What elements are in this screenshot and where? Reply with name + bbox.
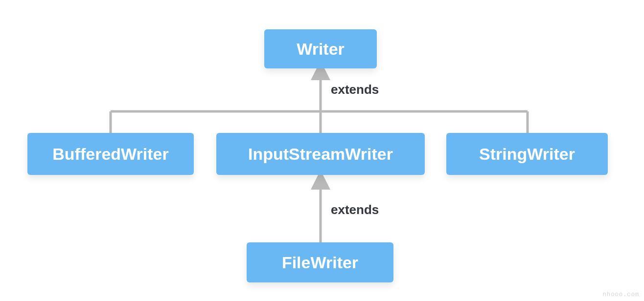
node-writer: Writer bbox=[264, 29, 377, 68]
node-string-writer: StringWriter bbox=[446, 133, 608, 175]
watermark: nhooo.com bbox=[602, 291, 639, 298]
edge-label-root-extends: extends bbox=[331, 82, 379, 97]
node-file-writer: FileWriter bbox=[247, 242, 393, 282]
node-inputstream-writer-label: InputStreamWriter bbox=[248, 145, 393, 164]
node-buffered-writer-label: BufferedWriter bbox=[52, 145, 168, 164]
node-file-writer-label: FileWriter bbox=[282, 253, 358, 272]
node-writer-label: Writer bbox=[297, 40, 345, 59]
node-string-writer-label: StringWriter bbox=[479, 145, 575, 164]
edge-label-grandchild-extends: extends bbox=[331, 202, 379, 217]
node-buffered-writer: BufferedWriter bbox=[27, 133, 194, 175]
node-inputstream-writer: InputStreamWriter bbox=[216, 133, 425, 175]
